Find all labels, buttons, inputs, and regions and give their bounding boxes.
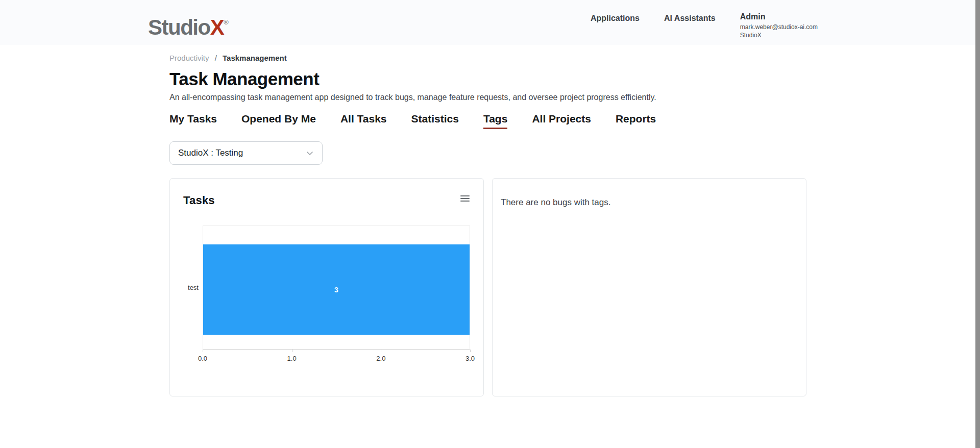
tasks-chart-card: Tasks test 3 [169,178,484,396]
chevron-down-icon [306,149,314,157]
bar-value-label: 3 [334,286,338,294]
breadcrumb-separator: / [215,54,217,62]
x-tick-mark [381,350,381,352]
page-title: Task Management [169,69,806,89]
studiox-logo[interactable]: StudioX® [148,0,229,50]
x-tick-mark [292,350,292,352]
tab-bar: My Tasks Opened By Me All Tasks Statisti… [169,113,806,129]
main-content: Productivity / Taskmanagement Task Manag… [169,54,806,396]
breadcrumb: Productivity / Taskmanagement [169,54,806,62]
breadcrumb-current: Taskmanagement [223,54,287,62]
tab-tags[interactable]: Tags [483,113,507,129]
x-tick-mark [203,350,203,352]
project-select[interactable]: StudioX : Testing [169,141,323,165]
x-tick-label: 0.0 [198,355,207,362]
bar-test[interactable]: 3 [203,244,470,335]
tab-all-tasks[interactable]: All Tasks [340,113,387,129]
page-subtitle: An all-encompassing task management app … [169,93,806,102]
user-name: Admin [740,12,818,21]
tags-empty-card: There are no bugs with tags. [492,178,806,396]
breadcrumb-link-productivity[interactable]: Productivity [169,54,209,62]
x-tick-label: 2.0 [376,355,385,362]
user-email: mark.weber@studiox-ai.com [740,23,818,31]
tab-all-projects[interactable]: All Projects [532,113,591,129]
logo-x: X [210,15,224,39]
nav-applications[interactable]: Applications [591,0,640,23]
tab-reports[interactable]: Reports [616,113,656,129]
chart-x-axis: 0.0 1.0 2.0 3.0 [203,350,470,367]
x-tick-mark [470,350,471,352]
chart-plot-area: 3 [203,226,470,350]
chart-category-label: test [183,226,203,350]
app-header: StudioX® Applications AI Assistants Admi… [0,0,980,45]
scrollbar[interactable] [975,0,980,448]
user-org: StudioX [740,32,818,39]
chart-plot-wrap: 3 0.0 1.0 2.0 3.0 [203,226,470,367]
cards-row: Tasks test 3 [169,178,806,396]
registered-trademark-icon: ® [224,18,229,26]
tab-opened-by-me[interactable]: Opened By Me [241,113,316,129]
x-tick-label: 1.0 [287,355,297,362]
tasks-bar-chart: test 3 0.0 1.0 2.0 [183,226,470,367]
tasks-card-header: Tasks [183,194,470,207]
empty-state-message: There are no bugs with tags. [501,197,798,208]
user-menu[interactable]: Admin mark.weber@studiox-ai.com StudioX [740,0,818,39]
tab-my-tasks[interactable]: My Tasks [169,113,217,129]
tab-statistics[interactable]: Statistics [411,113,459,129]
hamburger-icon [460,195,470,196]
header-nav: Applications AI Assistants Admin mark.we… [591,0,818,39]
logo-studio: Studio [148,15,210,39]
chart-menu-button[interactable] [460,194,470,203]
x-tick-label: 3.0 [465,355,475,362]
nav-ai-assistants[interactable]: AI Assistants [664,0,716,23]
tasks-card-title: Tasks [183,194,215,207]
project-select-value: StudioX : Testing [178,148,243,158]
